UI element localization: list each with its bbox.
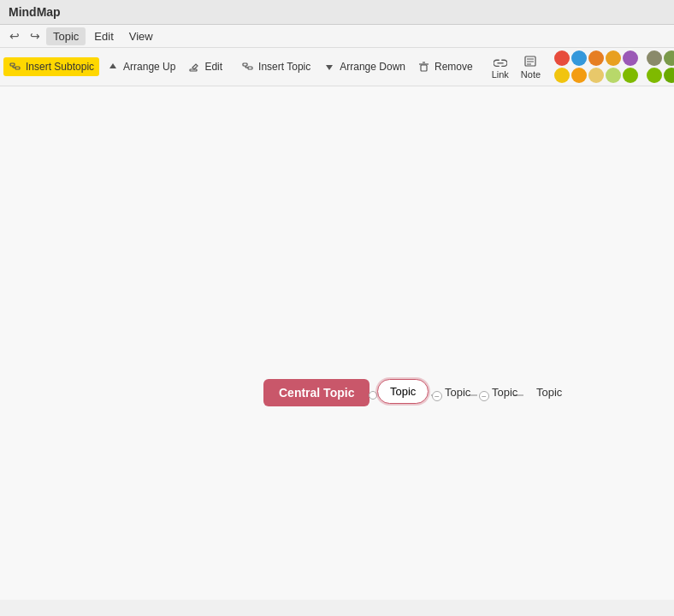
color-orange2[interactable] <box>606 50 621 66</box>
minus-dot-2[interactable]: − <box>479 391 489 401</box>
edit-icon <box>187 60 201 74</box>
color-purple[interactable] <box>623 50 638 66</box>
connection-lines <box>0 86 674 600</box>
svg-rect-0 <box>10 63 15 66</box>
note-button[interactable]: Note <box>516 53 546 81</box>
arrange-down-label: Arrange Down <box>340 61 405 73</box>
insert-subtopic-icon <box>9 60 22 74</box>
toolbar: Insert Subtopic Arrange Up Edit Insert T… <box>0 48 674 86</box>
topic-1-label: Topic <box>390 385 416 398</box>
app-title: MindMap <box>9 5 61 19</box>
central-topic-node[interactable]: Central Topic <box>263 379 370 406</box>
topic-4-label: Topic <box>536 386 562 399</box>
menu-topic[interactable]: Topic <box>46 27 86 45</box>
color-row-2 <box>554 68 638 83</box>
color-moss[interactable] <box>664 50 674 66</box>
central-topic-label: Central Topic <box>279 386 354 400</box>
color-green[interactable] <box>623 68 638 83</box>
insert-subtopic-label: Insert Subtopic <box>26 61 94 73</box>
insert-topic-icon <box>241 60 255 74</box>
color-g1[interactable] <box>647 68 662 83</box>
insert-subtopic-button[interactable]: Insert Subtopic <box>3 57 99 76</box>
remove-button[interactable]: Remove <box>412 57 478 76</box>
arrange-up-button[interactable]: Arrange Up <box>101 57 180 76</box>
topic-node-3[interactable]: Topic <box>492 386 517 399</box>
color-orange[interactable] <box>588 50 604 66</box>
arrange-up-label: Arrange Up <box>123 61 175 73</box>
remove-icon <box>417 60 431 74</box>
svg-rect-1 <box>15 67 20 69</box>
topic-node-2[interactable]: Topic <box>445 386 470 399</box>
link-button[interactable]: Link <box>487 53 514 81</box>
edit-button[interactable]: Edit <box>182 57 228 76</box>
bottom-controls: + − ⊙ ✋ 👁 <box>0 412 674 600</box>
topic-node-1[interactable]: Topic <box>377 379 429 404</box>
color-row-4: ✓ ✕ <box>647 68 674 83</box>
color-olive[interactable] <box>647 50 662 66</box>
arrange-up-icon <box>106 60 120 74</box>
remove-label: Remove <box>435 61 473 73</box>
undo-button[interactable]: ↩ <box>5 27 24 45</box>
color-red[interactable] <box>554 50 570 66</box>
topic-node-4[interactable]: Topic <box>536 386 562 399</box>
canvas: Central Topic Topic − Topic − Topic Topi… <box>0 86 674 600</box>
color-g2[interactable] <box>664 68 674 83</box>
color-yellow[interactable] <box>554 68 570 83</box>
note-label: Note <box>521 69 541 80</box>
insert-topic-label: Insert Topic <box>258 61 310 73</box>
insert-topic-button[interactable]: Insert Topic <box>236 57 316 76</box>
minus-dot-1[interactable]: − <box>432 391 442 401</box>
title-bar: MindMap <box>0 0 674 25</box>
color-row-1 <box>554 50 638 66</box>
color-row-3 <box>647 50 674 66</box>
svg-rect-5 <box>190 69 197 71</box>
color-panel <box>554 50 638 83</box>
topic-3-label: Topic <box>492 386 517 399</box>
menu-bar: ↩ ↪ Topic Edit View <box>0 25 674 48</box>
arrange-down-icon <box>322 60 336 74</box>
link-label: Link <box>492 69 509 80</box>
edit-label: Edit <box>204 61 222 73</box>
color-blue[interactable] <box>571 50 587 66</box>
note-icon <box>523 55 537 68</box>
link-icon <box>494 55 507 68</box>
svg-marker-4 <box>109 63 116 68</box>
menu-view[interactable]: View <box>122 27 160 45</box>
svg-rect-7 <box>248 67 252 69</box>
redo-button[interactable]: ↪ <box>26 27 44 45</box>
color-tan[interactable] <box>588 68 604 83</box>
connector-dot-1[interactable] <box>369 391 377 400</box>
svg-rect-6 <box>243 63 247 66</box>
svg-rect-11 <box>421 65 427 71</box>
color-lightgreen[interactable] <box>606 68 621 83</box>
svg-marker-10 <box>326 65 333 70</box>
menu-edit[interactable]: Edit <box>87 27 120 45</box>
color-gold[interactable] <box>571 68 587 83</box>
topic-2-label: Topic <box>445 386 470 399</box>
color-panel-2: ✓ ✕ <box>647 50 674 83</box>
arrange-down-button[interactable]: Arrange Down <box>317 57 411 76</box>
